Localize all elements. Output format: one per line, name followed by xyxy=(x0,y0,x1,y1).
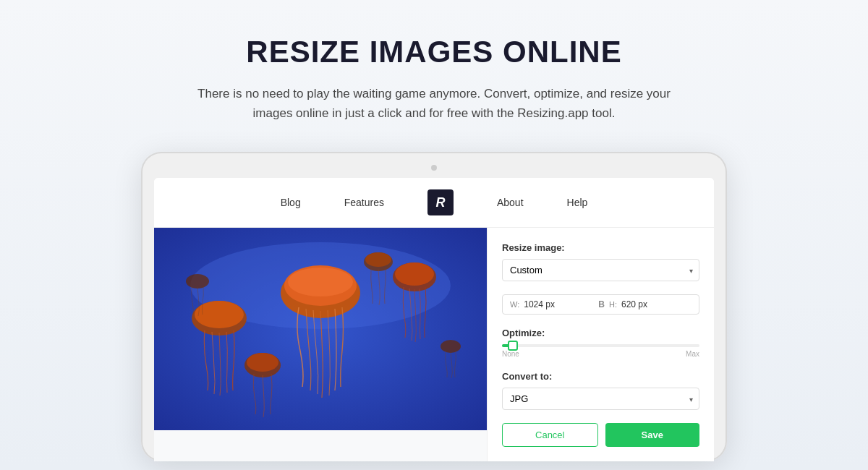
resize-label: Resize image: xyxy=(502,242,699,253)
resize-select-wrapper[interactable]: CustomPresetPercentage ▾ xyxy=(502,259,699,281)
dimensions-row: W: 1024 px B H: 620 px xyxy=(502,294,699,315)
svg-point-14 xyxy=(441,340,461,353)
convert-label: Convert to: xyxy=(502,371,699,382)
svg-point-8 xyxy=(395,262,434,286)
jellyfish-image xyxy=(154,228,487,430)
tablet-mockup: Blog Features R About Help xyxy=(141,152,727,461)
page-title: RESIZE IMAGES ONLINE xyxy=(246,35,621,69)
sidebar-panel: Resize image: CustomPresetPercentage ▾ W… xyxy=(487,228,714,461)
optimize-thumb[interactable] xyxy=(508,341,518,351)
optimize-none-label: None xyxy=(502,350,519,358)
tablet-camera xyxy=(431,165,437,171)
tablet-screen: Blog Features R About Help xyxy=(154,178,714,461)
svg-point-10 xyxy=(247,353,278,372)
nav-features[interactable]: Features xyxy=(344,197,384,208)
dimensions-section: W: 1024 px B H: 620 px xyxy=(502,294,699,315)
width-value: 1024 px xyxy=(524,299,594,309)
height-label: H: xyxy=(609,300,617,309)
optimize-slider-track[interactable] xyxy=(502,344,699,347)
optimize-labels: None Max xyxy=(502,350,699,358)
convert-select[interactable]: JPGPNGWEBPGIF xyxy=(503,388,699,409)
nav-help[interactable]: Help xyxy=(567,197,588,208)
optimize-max-label: Max xyxy=(686,350,699,358)
svg-point-12 xyxy=(365,252,391,267)
convert-section: Convert to: JPGPNGWEBPGIF ▾ xyxy=(502,371,699,410)
svg-point-6 xyxy=(195,301,244,328)
resize-select[interactable]: CustomPresetPercentage xyxy=(503,260,699,281)
page-wrapper: RESIZE IMAGES ONLINE There is no need to… xyxy=(0,0,868,470)
save-button[interactable]: Save xyxy=(605,423,700,447)
lock-icon: B xyxy=(598,299,605,309)
app-content: Resize image: CustomPresetPercentage ▾ W… xyxy=(154,228,714,461)
cancel-button[interactable]: Cancel xyxy=(502,423,598,447)
resize-section: Resize image: CustomPresetPercentage ▾ xyxy=(502,242,699,281)
nav-about[interactable]: About xyxy=(497,197,524,208)
nav-blog[interactable]: Blog xyxy=(281,197,301,208)
width-label: W: xyxy=(510,300,519,309)
nav-logo[interactable]: R xyxy=(427,189,454,215)
optimize-section: Optimize: None Max xyxy=(502,328,699,358)
svg-point-4 xyxy=(288,268,353,296)
action-buttons: Cancel Save xyxy=(502,423,699,447)
optimize-label: Optimize: xyxy=(502,328,699,338)
hero-subtitle: There is no need to play the waiting gam… xyxy=(181,84,687,123)
app-nav: Blog Features R About Help xyxy=(154,178,714,228)
height-value: 620 px xyxy=(621,299,692,309)
convert-select-wrapper[interactable]: JPGPNGWEBPGIF ▾ xyxy=(502,388,699,410)
svg-point-13 xyxy=(186,274,209,289)
